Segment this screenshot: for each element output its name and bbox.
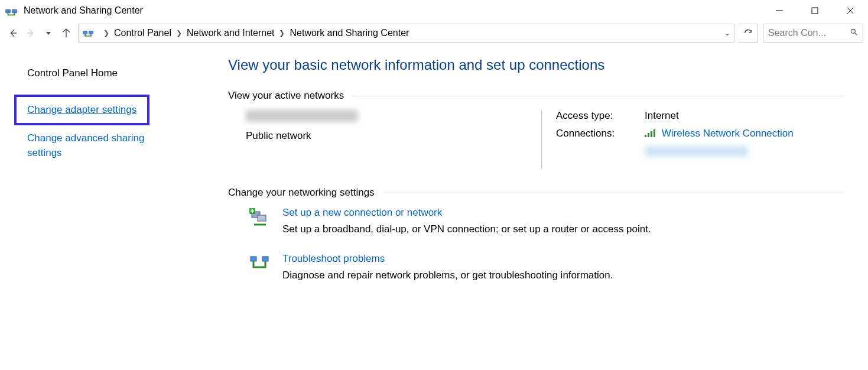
svg-rect-23 [262,257,268,261]
maximize-button[interactable] [797,0,833,21]
highlight-annotation: Change adapter settings [14,95,149,125]
app-icon [5,4,18,17]
section-text: Change your networking settings [228,187,375,199]
access-type-label: Access type: [556,110,645,122]
setting-item: Set up a new connection or network Set u… [248,207,844,235]
vertical-divider [541,110,542,169]
window-title: Network and Sharing Center [24,5,143,16]
chevron-right-icon[interactable]: ❯ [176,29,182,37]
chevron-down-icon[interactable]: ⌄ [724,29,730,37]
navigation-bar: ❯ Control Panel ❯ Network and Internet ❯… [0,21,868,45]
svg-rect-0 [6,9,10,13]
network-name-redacted [246,110,358,122]
main-content: View your basic network information and … [213,57,868,299]
change-adapter-settings-link[interactable]: Change adapter settings [27,104,136,116]
svg-rect-18 [258,215,266,221]
svg-rect-13 [645,135,646,137]
active-networks-section-label: View your active networks [228,90,844,102]
svg-rect-22 [251,257,256,261]
network-type-label: Public network [246,130,541,142]
up-button[interactable] [58,25,74,41]
new-connection-icon [248,207,272,231]
svg-point-11 [851,29,855,33]
connection-detail-redacted [645,146,748,157]
setup-connection-link[interactable]: Set up a new connection or network [282,207,651,219]
svg-rect-9 [83,31,87,34]
window-controls [762,0,868,21]
divider [383,193,844,193]
change-advanced-sharing-link[interactable]: Change advanced sharing settings [27,131,181,160]
svg-line-12 [855,33,857,35]
svg-rect-15 [651,131,652,137]
chevron-right-icon[interactable]: ❯ [279,29,285,37]
troubleshoot-desc: Diagnose and repair network problems, or… [282,270,613,281]
breadcrumb-item[interactable]: Control Panel [114,28,171,38]
back-button[interactable] [5,25,21,41]
svg-rect-14 [648,133,649,137]
section-text: View your active networks [228,90,344,102]
recent-locations-button[interactable] [40,25,57,41]
network-identity: Public network [246,110,541,169]
connections-label: Connections: [556,128,645,140]
setting-item: Troubleshoot problems Diagnose and repai… [248,253,844,281]
page-heading: View your basic network information and … [228,57,844,73]
breadcrumb-item[interactable]: Network and Sharing Center [290,28,409,38]
refresh-button[interactable] [738,24,758,43]
access-type-value: Internet [645,110,679,122]
title-bar: Network and Sharing Center [0,0,868,21]
troubleshoot-icon [248,253,272,277]
breadcrumb-item[interactable]: Network and Internet [187,28,275,38]
setup-connection-desc: Set up a broadband, dial-up, or VPN conn… [282,223,651,235]
svg-rect-10 [89,31,93,34]
address-bar[interactable]: ❯ Control Panel ❯ Network and Internet ❯… [78,24,734,43]
wifi-signal-icon [645,128,655,140]
networking-settings-section-label: Change your networking settings [228,187,844,199]
address-icon [82,27,94,39]
chevron-right-icon[interactable]: ❯ [103,29,109,37]
connection-link[interactable]: Wireless Network Connection [662,128,794,139]
svg-rect-3 [812,8,818,14]
minimize-button[interactable] [762,0,797,21]
sidebar: Control Panel Home Change adapter settin… [0,57,213,299]
troubleshoot-link[interactable]: Troubleshoot problems [282,253,613,265]
divider [352,96,844,96]
svg-rect-16 [654,129,655,137]
svg-rect-1 [12,9,17,13]
search-icon [850,28,858,38]
search-input[interactable]: Search Con... [763,24,863,43]
control-panel-home-link[interactable]: Control Panel Home [27,67,118,79]
forward-button[interactable] [22,25,39,41]
search-placeholder: Search Con... [768,28,826,38]
close-button[interactable] [833,0,868,21]
